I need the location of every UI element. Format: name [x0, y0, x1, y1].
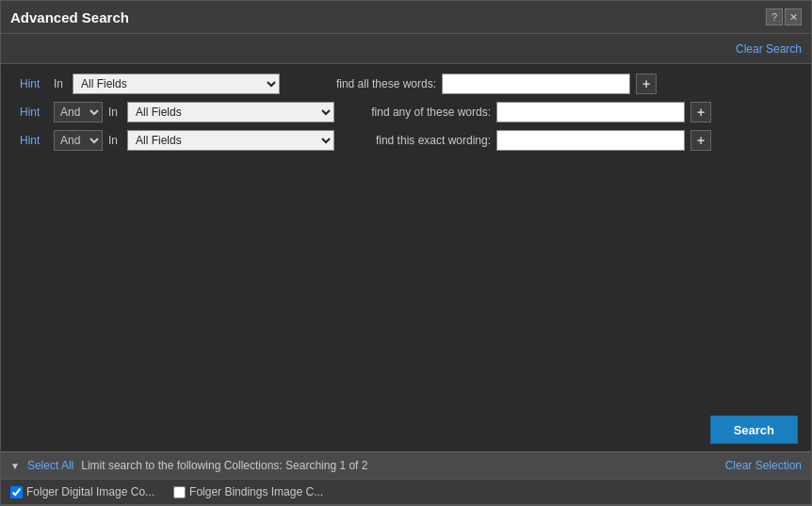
- search-input-1[interactable]: [442, 73, 630, 94]
- collection-item-1: Folger Digital Image Co...: [10, 485, 154, 498]
- collection-checkbox-2[interactable]: [173, 486, 186, 498]
- hint-label-3[interactable]: Hint: [20, 134, 48, 147]
- in-label-2: In: [108, 106, 122, 119]
- collection-label-2: Folger Bindings Image C...: [189, 485, 323, 498]
- close-button[interactable]: ✕: [785, 8, 802, 25]
- title-bar: Advanced Search ? ✕: [1, 1, 811, 34]
- operator-select-3[interactable]: And Or Not: [54, 130, 103, 151]
- search-input-3[interactable]: [496, 130, 685, 151]
- clear-search-button[interactable]: Clear Search: [736, 42, 802, 56]
- search-bar-row: Clear Search: [1, 34, 811, 64]
- field-select-2[interactable]: All Fields: [127, 102, 334, 122]
- collections-list: Folger Digital Image Co... Folger Bindin…: [1, 480, 811, 505]
- clear-selection-button[interactable]: Clear Selection: [725, 459, 802, 472]
- collections-bar: ▼ Select All Limit search to the followi…: [1, 451, 811, 480]
- collection-item-2: Folger Bindings Image C...: [173, 485, 323, 498]
- collections-info: Limit search to the following Collection…: [81, 459, 717, 472]
- search-row-1: Hint In All Fields find all these words:…: [20, 73, 792, 94]
- search-row-3: Hint And Or Not In All Fields find this …: [20, 130, 792, 151]
- search-input-2[interactable]: [496, 102, 685, 122]
- search-row-2: Hint And Or Not In All Fields find any o…: [20, 102, 792, 122]
- field-select-1[interactable]: All Fields: [73, 73, 280, 94]
- bottom-actions: Search: [1, 408, 811, 451]
- title-buttons: ? ✕: [766, 8, 802, 25]
- collection-label-1: Folger Digital Image Co...: [26, 485, 154, 498]
- collection-checkbox-1[interactable]: [10, 486, 23, 498]
- add-row-button-3[interactable]: +: [690, 130, 711, 151]
- advanced-search-window: Advanced Search ? ✕ Clear Search Hint In…: [0, 0, 812, 506]
- search-desc-2: find any of these words:: [340, 106, 491, 119]
- help-button[interactable]: ?: [766, 8, 783, 25]
- collapse-icon[interactable]: ▼: [10, 461, 20, 471]
- in-label-3: In: [108, 134, 122, 147]
- in-label-1: In: [54, 77, 67, 90]
- hint-label-1[interactable]: Hint: [20, 77, 48, 90]
- add-row-button-2[interactable]: +: [690, 102, 711, 122]
- spacer: [1, 160, 811, 408]
- search-desc-1: find all these words:: [285, 77, 436, 90]
- window-title: Advanced Search: [10, 9, 129, 25]
- field-select-3[interactable]: All Fields: [127, 130, 334, 151]
- hint-label-2[interactable]: Hint: [20, 106, 48, 119]
- search-button[interactable]: Search: [710, 416, 798, 444]
- main-content: Clear Search Hint In All Fields find all…: [1, 34, 811, 505]
- select-all-button[interactable]: Select All: [27, 459, 73, 472]
- add-row-button-1[interactable]: +: [636, 73, 657, 94]
- operator-select-2[interactable]: And Or Not: [54, 102, 103, 122]
- search-desc-3: find this exact wording:: [340, 134, 491, 147]
- search-fields: Hint In All Fields find all these words:…: [1, 64, 811, 160]
